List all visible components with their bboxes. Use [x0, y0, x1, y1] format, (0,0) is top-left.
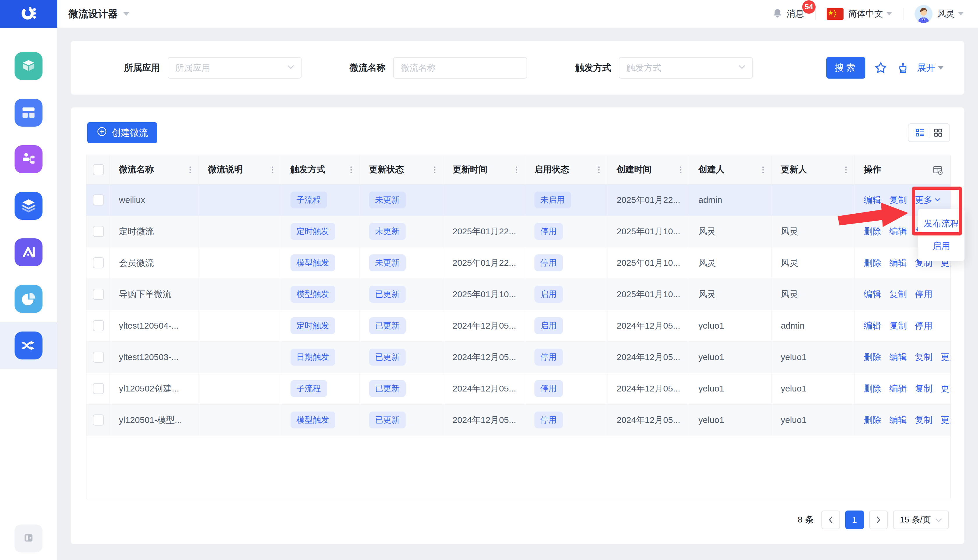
filter-select[interactable]: 触发方式 — [619, 57, 753, 78]
trigger-type-cell: 模型触发 — [281, 278, 360, 310]
row-checkbox[interactable] — [93, 383, 104, 394]
row-action[interactable]: 更多 — [941, 414, 951, 426]
column-menu-icon[interactable] — [598, 167, 600, 168]
row-action[interactable]: 编辑 — [864, 320, 881, 332]
row-checkbox[interactable] — [93, 415, 104, 425]
row-action[interactable]: 复制 — [915, 351, 933, 363]
clear-filter-icon[interactable] — [896, 61, 910, 75]
row-action[interactable]: 编辑 — [890, 383, 907, 395]
expand-button[interactable]: 展开 — [917, 62, 943, 74]
filter-field-2: 微流名称微流名称 — [350, 57, 527, 78]
row-checkbox[interactable] — [93, 226, 104, 237]
row-action[interactable]: 删除 — [864, 225, 881, 238]
row-action[interactable]: 复制 — [890, 194, 907, 206]
column-label: 创建时间 — [617, 165, 652, 174]
list-view-button[interactable] — [911, 128, 929, 138]
row-checkbox[interactable] — [93, 257, 104, 268]
row-checkbox[interactable] — [93, 352, 104, 363]
page-size-select[interactable]: 15 条/页 — [893, 510, 949, 529]
current-page-button[interactable]: 1 — [845, 510, 864, 529]
row-action[interactable]: 复制 — [890, 320, 907, 332]
title-caret-icon[interactable] — [123, 12, 130, 16]
sidebar-item-flow[interactable] — [0, 322, 57, 369]
column-menu-icon[interactable] — [762, 167, 764, 168]
row-action[interactable]: 删除 — [864, 383, 881, 395]
language-selector[interactable]: 简体中文 — [826, 8, 892, 20]
sidebar-item-layers[interactable] — [0, 182, 57, 229]
filter-input[interactable]: 微流名称 — [393, 57, 527, 78]
search-button[interactable]: 搜索 — [826, 57, 865, 78]
filter-select[interactable]: 所属应用 — [168, 57, 302, 78]
sidebar-item-cube[interactable] — [0, 43, 57, 89]
update-status-cell: 已更新 — [360, 404, 443, 436]
update-status-cell: 已更新 — [360, 310, 443, 342]
row-action[interactable]: 编辑 — [890, 257, 907, 269]
column-label: 微流名称 — [119, 165, 154, 174]
row-action[interactable]: 编辑 — [890, 225, 907, 238]
row-action[interactable]: 删除 — [864, 414, 881, 426]
sidebar-collapse-button[interactable] — [15, 525, 42, 552]
row-action[interactable]: 复制 — [915, 383, 933, 395]
table-row: yltest120504-...定时触发已更新2024年12月05...启用20… — [87, 310, 950, 342]
table-row: yl120501-模型...模型触发已更新2024年12月05...停用2024… — [87, 404, 950, 436]
cell-create-time: 2025年01月10... — [607, 247, 689, 278]
row-action[interactable]: 更多 — [941, 351, 951, 363]
messages-button[interactable]: 消息 54 — [772, 8, 804, 20]
row-action[interactable]: 编辑 — [890, 414, 907, 426]
enable-status-tag: 停用 — [535, 412, 563, 428]
row-action[interactable]: 编辑 — [864, 288, 881, 300]
create-flow-button[interactable]: 创建微流 — [87, 122, 157, 143]
chevron-down-icon — [739, 65, 745, 70]
cell-update-time: 2025年01月22... — [443, 247, 525, 278]
app-logo[interactable] — [0, 0, 57, 28]
sidebar-item-orgchart[interactable] — [0, 136, 57, 182]
row-checkbox[interactable] — [93, 320, 104, 331]
row-action[interactable]: 编辑 — [864, 194, 881, 206]
column-menu-icon[interactable] — [434, 167, 435, 168]
select-all-checkbox[interactable] — [93, 164, 104, 175]
cube-icon — [15, 52, 42, 80]
row-action[interactable]: 更多 — [941, 383, 951, 395]
row-action[interactable]: 复制 — [915, 414, 933, 426]
grid-view-button[interactable] — [930, 128, 947, 138]
sidebar-item-ai[interactable] — [0, 229, 57, 276]
row-action[interactable]: 复制 — [890, 288, 907, 300]
row-action[interactable]: 更多 — [915, 194, 940, 206]
prev-page-button[interactable] — [821, 510, 840, 529]
user-menu[interactable]: 风灵 — [915, 5, 963, 23]
row-select-cell — [87, 278, 110, 310]
sidebar-item-pages[interactable] — [0, 89, 57, 136]
row-checkbox[interactable] — [93, 289, 104, 300]
column-menu-icon[interactable] — [845, 167, 847, 168]
row-action[interactable]: 编辑 — [890, 351, 907, 363]
column-menu-icon[interactable] — [350, 167, 352, 168]
ai-icon — [15, 238, 42, 266]
next-page-button[interactable] — [869, 510, 888, 529]
menu-item[interactable]: 启用 — [918, 235, 964, 257]
enable-status-cell: 未启用 — [525, 184, 607, 216]
enable-status-cell: 启用 — [525, 310, 607, 342]
enable-status-tag: 未启用 — [535, 192, 571, 208]
column-menu-icon[interactable] — [516, 167, 517, 168]
row-checkbox[interactable] — [93, 195, 104, 205]
row-action[interactable]: 删除 — [864, 351, 881, 363]
row-action[interactable]: 停用 — [915, 288, 933, 300]
column-menu-icon[interactable] — [190, 167, 191, 168]
column-header-10: 操作 — [854, 155, 950, 184]
cell-updater: yeluo1 — [771, 342, 854, 373]
row-action[interactable]: 删除 — [864, 257, 881, 269]
cell-actions: 编辑复制停用 — [854, 278, 950, 310]
cell-flow-name: 定时微流 — [110, 216, 198, 247]
dots-icon — [845, 167, 847, 168]
menu-item[interactable]: 发布流程 — [918, 212, 964, 235]
column-menu-icon[interactable] — [272, 167, 273, 168]
column-menu-icon[interactable] — [680, 167, 681, 168]
sidebar-item-analytics[interactable] — [0, 276, 57, 322]
row-action[interactable]: 停用 — [915, 320, 933, 332]
cell-actions: 编辑复制停用 — [854, 310, 950, 342]
table-toolbar: 创建微流 — [71, 107, 964, 143]
dots-icon — [190, 167, 191, 168]
table-header-row: 微流名称微流说明触发方式更新状态更新时间启用状态创建时间创建人更新人操作 — [87, 155, 950, 184]
column-settings-icon[interactable] — [932, 165, 943, 177]
favorite-filter-icon[interactable] — [874, 61, 888, 75]
